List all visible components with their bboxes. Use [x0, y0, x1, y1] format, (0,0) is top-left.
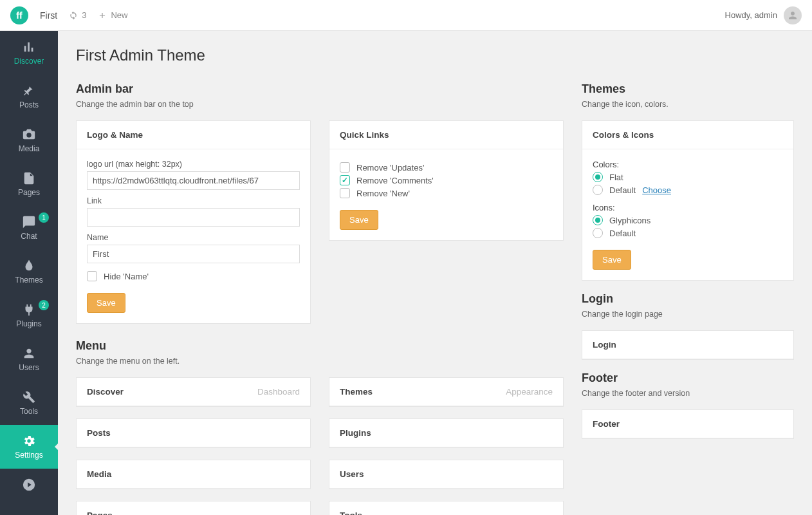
remove-new-checkbox[interactable]	[340, 188, 350, 198]
menu-item-panel[interactable]: DiscoverDashboard	[76, 377, 311, 407]
icons-label: Icons:	[593, 203, 783, 212]
icons-default-radio[interactable]	[593, 228, 603, 238]
menu-item-panel[interactable]: Users	[329, 460, 564, 489]
plus-icon	[98, 11, 107, 20]
link-label: Link	[87, 196, 300, 205]
circle-play-icon	[22, 478, 36, 492]
drop-icon	[22, 259, 36, 273]
user-icon	[787, 10, 798, 21]
footer-desc: Change the footer and version	[582, 389, 794, 398]
adminbar-heading: Admin bar	[76, 82, 564, 96]
main-content: First Admin Theme Admin bar Change the a…	[58, 31, 812, 515]
sidebar-item-users[interactable]: Users	[0, 337, 58, 381]
colors-flat-radio[interactable]	[593, 172, 603, 182]
logo-url-input[interactable]	[87, 171, 300, 190]
avatar[interactable]	[784, 6, 802, 24]
footer-heading: Footer	[582, 371, 794, 385]
new-link[interactable]: New	[98, 10, 127, 20]
login-heading: Login	[582, 292, 794, 306]
menu-item-panel[interactable]: Pages	[76, 501, 311, 515]
sidebar-item-posts[interactable]: Posts	[0, 75, 58, 118]
active-arrow	[55, 443, 59, 451]
panel-head: Quick Links	[329, 121, 563, 149]
sidebar-item-plugins[interactable]: Plugins 2	[0, 294, 58, 337]
sidebar-item-pages[interactable]: Pages	[0, 162, 58, 206]
logo[interactable]: ff	[10, 6, 28, 24]
user-icon	[22, 346, 36, 360]
sidebar-item-themes[interactable]: Themes	[0, 250, 58, 294]
wrench-icon	[22, 390, 36, 404]
choose-link[interactable]: Choose	[642, 185, 671, 195]
plugins-badge: 2	[39, 300, 49, 310]
logo-name-panel: Logo & Name logo url (max height: 32px) …	[76, 120, 311, 324]
pin-icon	[22, 84, 36, 98]
hide-name-checkbox[interactable]	[87, 271, 97, 281]
site-name[interactable]: First	[40, 10, 57, 21]
updates-link[interactable]: 3	[69, 10, 86, 20]
remove-comments-checkbox[interactable]	[340, 175, 350, 185]
themes-heading: Themes	[582, 82, 794, 96]
hide-name-label: Hide 'Name'	[104, 272, 149, 281]
themes-desc: Change the icon, colors.	[582, 100, 794, 109]
link-input[interactable]	[87, 208, 300, 227]
refresh-icon	[69, 11, 78, 20]
sidebar: Discover Posts Media Pages Chat 1 Themes…	[0, 31, 58, 515]
plug-icon	[22, 303, 36, 317]
icons-glyphicons-radio[interactable]	[593, 215, 603, 225]
camera-icon	[22, 127, 36, 142]
menu-item-panel[interactable]: Media	[76, 460, 311, 489]
logo-url-label: logo url (max height: 32px)	[87, 160, 300, 169]
page-icon	[22, 171, 36, 185]
adminbar-desc: Change the admin bar on the top	[76, 100, 564, 109]
menu-item-panel[interactable]: Tools	[329, 501, 564, 515]
chart-icon	[22, 40, 36, 54]
sidebar-item-collapse[interactable]	[0, 469, 58, 501]
login-desc: Change the login page	[582, 310, 794, 319]
name-input[interactable]	[87, 245, 300, 263]
topbar: ff First 3 New Howdy, admin	[0, 0, 812, 31]
sidebar-item-settings[interactable]: Settings	[0, 425, 58, 469]
name-label: Name	[87, 233, 300, 242]
login-panel[interactable]: Login	[582, 330, 794, 360]
gear-icon	[22, 434, 36, 448]
page-title: First Admin Theme	[76, 46, 794, 64]
save-button[interactable]: Save	[87, 293, 125, 313]
sidebar-item-discover[interactable]: Discover	[0, 31, 58, 75]
greeting[interactable]: Howdy, admin	[725, 10, 777, 20]
save-button[interactable]: Save	[340, 210, 378, 230]
sidebar-item-chat[interactable]: Chat 1	[0, 206, 58, 250]
sidebar-item-tools[interactable]: Tools	[0, 381, 58, 425]
chat-icon	[22, 215, 36, 229]
menu-heading: Menu	[76, 339, 564, 353]
chat-badge: 1	[39, 212, 49, 223]
sidebar-item-media[interactable]: Media	[0, 118, 58, 162]
colors-label: Colors:	[593, 160, 783, 169]
colors-icons-panel: Colors & Icons Colors: Flat Default Choo…	[582, 120, 794, 281]
save-button[interactable]: Save	[593, 250, 631, 270]
remove-updates-checkbox[interactable]	[340, 162, 350, 173]
menu-item-panel[interactable]: ThemesAppearance	[329, 377, 564, 407]
menu-desc: Change the menu on the left.	[76, 357, 564, 366]
new-label: New	[111, 10, 127, 20]
footer-panel[interactable]: Footer	[582, 409, 794, 439]
updates-count: 3	[82, 10, 86, 20]
panel-head: Logo & Name	[77, 121, 310, 149]
colors-default-radio[interactable]	[593, 185, 603, 195]
quicklinks-panel: Quick Links Remove 'Updates' Remove 'Com…	[329, 120, 564, 241]
menu-item-panel[interactable]: Posts	[76, 418, 311, 448]
menu-item-panel[interactable]: Plugins	[329, 418, 564, 448]
